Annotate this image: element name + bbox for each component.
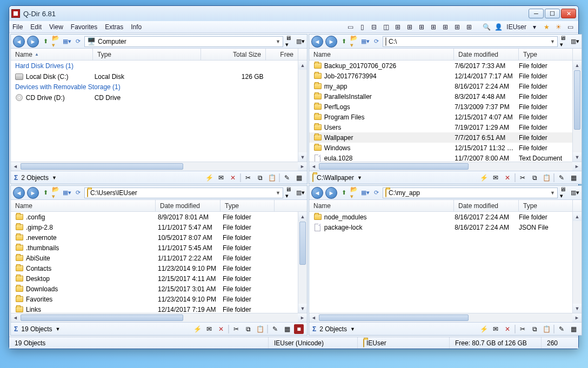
nav-up-icon[interactable]: ⬆ <box>41 37 50 46</box>
horizontal-scrollbar[interactable]: ◄► <box>309 313 582 322</box>
address-bar[interactable]: C:\my_app ▼ <box>383 188 558 198</box>
ieuser-label[interactable]: IEUser <box>505 23 527 31</box>
column-header[interactable]: Date modified <box>156 200 220 211</box>
address-dropdown-icon[interactable]: ▼ <box>550 190 555 196</box>
column-header[interactable]: Total Size <box>201 49 266 60</box>
edit-icon[interactable]: ✎ <box>282 173 292 183</box>
menu-favorites[interactable]: Favorites <box>71 23 97 31</box>
mail-icon[interactable]: ✉ <box>204 324 214 334</box>
nav-folder-icon[interactable]: 📂▾ <box>52 189 61 197</box>
copy-icon[interactable]: ⧉ <box>530 173 539 183</box>
address-bar[interactable]: C:\Users\IEUser ▼ <box>84 188 283 198</box>
list-item[interactable]: my_app 8/16/2017 2:24 AM File folder <box>309 81 572 91</box>
list-item[interactable]: Favorites 11/23/2014 9:10 PM File folder <box>11 294 298 304</box>
mail-icon[interactable]: ✉ <box>491 173 500 183</box>
chevron-down-icon[interactable]: ▼ <box>357 175 362 180</box>
nav-folder-icon[interactable]: 📂▾ <box>350 37 359 46</box>
flash-icon[interactable]: ⚡ <box>192 324 202 334</box>
paste-icon[interactable]: 📋 <box>267 173 277 183</box>
sigma-icon[interactable]: Σ <box>312 325 316 333</box>
nav-back-button[interactable]: ◄ <box>311 187 323 199</box>
options-icon[interactable]: ▭ <box>565 22 575 32</box>
list-item[interactable]: Desktop 12/15/2017 4:11 AM File folder <box>11 273 298 284</box>
horizontal-scrollbar[interactable]: ◄► <box>11 162 307 171</box>
properties-icon[interactable]: ▦ <box>294 173 304 183</box>
edit-icon[interactable]: ✎ <box>557 324 566 334</box>
column-header[interactable]: Type <box>519 200 573 211</box>
list-item[interactable]: Links 12/14/2017 7:19 AM File folder <box>11 304 298 313</box>
list-item[interactable]: ParallelsInstaller 8/3/2017 4:48 AM File… <box>309 91 572 102</box>
cut-icon[interactable]: ✂ <box>518 173 527 183</box>
nav-extra-icon[interactable]: ▥▾ <box>571 189 579 197</box>
copy-icon[interactable]: ⧉ <box>255 173 265 183</box>
nav-extra-icon[interactable]: ▥▾ <box>296 37 305 46</box>
properties-icon[interactable]: ▦ <box>569 324 578 334</box>
magnify-icon[interactable]: 🔍 <box>482 22 491 32</box>
menu-extras[interactable]: Extras <box>105 23 123 31</box>
nav-view-icon[interactable]: ▦▾ <box>361 189 370 197</box>
column-header[interactable]: Free <box>266 49 298 60</box>
user-icon[interactable]: 👤 <box>493 22 503 32</box>
nav-view-icon[interactable]: ▦▾ <box>63 37 71 46</box>
nav-back-button[interactable]: ◄ <box>311 36 323 48</box>
titlebar[interactable]: Q-Dir 6.81 ─ ☐ ✕ <box>9 6 578 21</box>
nav-refresh-icon[interactable]: ⟳ <box>74 189 82 197</box>
layout-2h-icon[interactable]: ⊟ <box>369 22 379 32</box>
list-item[interactable]: AbiSuite 1/11/2017 2:22 AM File folder <box>11 253 298 263</box>
chevron-down-icon[interactable]: ▾ <box>530 22 539 32</box>
list-item[interactable]: Users 7/19/2017 1:29 AM File folder <box>309 122 572 132</box>
menu-info[interactable]: Info <box>131 23 142 31</box>
vertical-scrollbar[interactable]: ▲▼ <box>572 61 582 162</box>
edit-icon[interactable]: ✎ <box>270 324 280 334</box>
list-item[interactable]: Windows 12/15/2017 11:32 … File folder <box>309 143 572 153</box>
layout-3d-icon[interactable]: ⊞ <box>440 22 450 32</box>
delete-icon[interactable]: ✕ <box>503 324 512 334</box>
chevron-down-icon[interactable]: ▼ <box>52 175 57 180</box>
nav-refresh-icon[interactable]: ⟳ <box>74 37 82 46</box>
list-item[interactable]: .config 8/9/2017 8:01 AM File folder <box>11 212 298 222</box>
nav-extra-icon[interactable]: ▥▾ <box>571 37 579 46</box>
sigma-icon[interactable]: Σ <box>14 174 18 182</box>
delete-icon[interactable]: ✕ <box>228 173 238 183</box>
list-item[interactable]: PerfLogs 7/13/2009 7:37 PM File folder <box>309 102 572 112</box>
record-icon[interactable]: ■ <box>294 324 304 334</box>
layout-1-icon[interactable]: ▭ <box>345 22 355 32</box>
address-bar[interactable]: 🖥️ Computer ▼ <box>84 36 283 47</box>
close-button[interactable]: ✕ <box>561 9 576 18</box>
paste-icon[interactable]: 📋 <box>255 324 265 334</box>
file-listing[interactable]: node_modules 8/16/2017 2:24 AM File fold… <box>309 212 582 313</box>
edit-icon[interactable]: ✎ <box>557 173 566 183</box>
nav-refresh-icon[interactable]: ⟳ <box>372 37 380 46</box>
paste-icon[interactable]: 📋 <box>542 324 551 334</box>
star-icon[interactable]: ★ <box>542 22 551 32</box>
list-item[interactable]: Wallpaper 7/7/2017 6:51 AM File folder <box>309 132 572 143</box>
layout-2v-icon[interactable]: ◫ <box>381 22 391 32</box>
list-item[interactable]: Contacts 11/23/2014 9:10 PM File folder <box>11 263 298 273</box>
list-item[interactable]: Program Files 12/15/2017 4:07 AM File fo… <box>309 112 572 122</box>
paste-icon[interactable]: 📋 <box>542 173 551 183</box>
address-dropdown-icon[interactable]: ▼ <box>276 39 280 44</box>
nav-monitor-icon[interactable]: 🖥▾ <box>285 37 294 46</box>
layout-3f-icon[interactable]: ⊞ <box>464 22 474 32</box>
sigma-icon[interactable]: Σ <box>14 325 18 333</box>
address-bar[interactable]: C:\ ▼ <box>383 36 558 47</box>
column-header[interactable]: Date modified <box>454 200 519 211</box>
nav-back-button[interactable]: ◄ <box>13 187 25 199</box>
copy-icon[interactable]: ⧉ <box>243 324 253 334</box>
nav-refresh-icon[interactable]: ⟳ <box>372 189 380 197</box>
list-item[interactable]: eula.1028 11/7/2007 8:00 AM Text Documen… <box>309 153 572 162</box>
vertical-scrollbar[interactable]: ▲▼ <box>572 212 582 313</box>
address-dropdown-icon[interactable]: ▼ <box>276 190 280 196</box>
list-item[interactable]: .gimp-2.8 11/1/2017 5:47 AM File folder <box>11 222 298 232</box>
delete-icon[interactable]: ✕ <box>503 173 512 183</box>
delete-icon[interactable]: ✕ <box>216 324 226 334</box>
properties-icon[interactable]: ▦ <box>569 173 578 183</box>
flash-icon[interactable]: ⚡ <box>479 173 489 183</box>
list-item[interactable]: node_modules 8/16/2017 2:24 AM File fold… <box>309 212 572 222</box>
vertical-scrollbar[interactable]: ▲▼ <box>298 61 307 162</box>
horizontal-scrollbar[interactable]: ◄► <box>309 162 582 171</box>
list-item[interactable]: Backup_20170706_0726 7/6/2017 7:33 AM Fi… <box>309 61 572 71</box>
layout-3e-icon[interactable]: ⊞ <box>452 22 462 32</box>
nav-back-button[interactable]: ◄ <box>13 36 25 48</box>
column-header[interactable]: Type <box>519 49 573 60</box>
